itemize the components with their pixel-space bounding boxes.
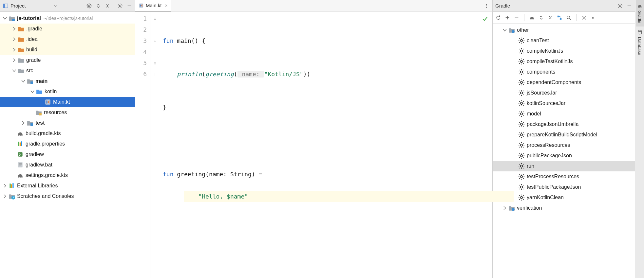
gradle-task[interactable]: testPublicPackageJson: [493, 182, 635, 192]
tree-hint: ~/IdeaProjects/js-tutorial: [44, 16, 93, 21]
gradle-collapse-icon[interactable]: [547, 15, 553, 21]
gradle-task-label: processResources: [527, 142, 570, 148]
tree-label: gradlew: [26, 151, 44, 157]
gradle-task[interactable]: prepareKotlinBuildScriptModel: [493, 130, 635, 140]
gradle-tree[interactable]: other cleanTestcompileKotlinJscompileTes…: [493, 24, 635, 278]
tree-item-gradle-dot[interactable]: .gradle: [0, 24, 135, 34]
gradle-task[interactable]: yarnKotlinClean: [493, 192, 635, 203]
collapse-all-icon[interactable]: [104, 3, 110, 9]
gradle-refresh-icon[interactable]: [495, 15, 501, 21]
tree-external-libraries[interactable]: External Libraries: [0, 181, 135, 191]
svg-rect-34: [560, 18, 561, 19]
tree-root[interactable]: js-tutorial ~/IdeaProjects/js-tutorial: [0, 13, 135, 24]
gradle-more-icon[interactable]: »: [590, 15, 596, 21]
gradle-task[interactable]: publicPackageJson: [493, 150, 635, 161]
expand-all-icon[interactable]: [95, 3, 101, 9]
gradle-task[interactable]: components: [493, 67, 635, 77]
gradle-showdeps-icon[interactable]: [557, 15, 562, 21]
svg-point-35: [512, 30, 515, 33]
tree-scratches[interactable]: Scratches and Consoles: [0, 191, 135, 201]
gradle-offline-icon[interactable]: [581, 15, 587, 21]
code-editor[interactable]: 1 2 3 4 5 6 ⊟⊟⊟⌊ fun main() { println(gr…: [135, 12, 492, 278]
gradle-task-label: prepareKotlinBuildScriptModel: [527, 132, 597, 138]
inspection-ok-icon[interactable]: [482, 14, 488, 26]
tree-item-kotlin[interactable]: kotlin: [0, 86, 135, 97]
project-tree[interactable]: js-tutorial ~/IdeaProjects/js-tutorial .…: [0, 12, 135, 278]
tree-item-build[interactable]: build: [0, 44, 135, 55]
tree-file[interactable]: gradlew.bat: [0, 160, 135, 170]
line-number: 5: [135, 58, 147, 69]
gradle-task[interactable]: run: [493, 161, 635, 171]
tree-item-main[interactable]: main: [0, 76, 135, 86]
svg-rect-32: [18, 152, 22, 156]
tree-label: gradlew.bat: [26, 162, 52, 168]
line-number: 6: [135, 69, 147, 80]
hide-panel-icon[interactable]: [126, 3, 132, 9]
tool-strip-gradle[interactable]: Gradle: [636, 0, 644, 26]
gradle-run-icon[interactable]: [529, 15, 535, 21]
gradle-panel-title: Gradle: [495, 3, 510, 9]
tree-item-gradle[interactable]: gradle: [0, 55, 135, 65]
gradle-settings-icon[interactable]: [617, 3, 623, 9]
gradle-add-icon[interactable]: [504, 15, 510, 21]
tree-label: verification: [517, 205, 542, 211]
tab-main-kt[interactable]: Main.kt ×: [135, 0, 171, 11]
tree-label: build.gradle.kts: [26, 130, 61, 136]
gradle-task-label: testProcessResources: [527, 174, 579, 180]
gradle-task-label: publicPackageJson: [527, 153, 572, 159]
gradle-expand-icon[interactable]: [538, 15, 544, 21]
tree-item-resources[interactable]: resources: [0, 107, 135, 118]
gradle-task[interactable]: compileTestKotlinJs: [493, 56, 635, 67]
gradle-task-label: compileTestKotlinJs: [527, 59, 573, 64]
fold-column[interactable]: ⊟⊟⊟⌊: [150, 12, 160, 278]
line-number: 3: [135, 35, 147, 46]
project-panel-title[interactable]: Project: [10, 3, 26, 9]
line-gutter: 1 2 3 4 5 6: [135, 12, 150, 278]
gradle-task[interactable]: packageJsonUmbrella: [493, 119, 635, 130]
gradle-task-label: compileKotlinJs: [527, 48, 563, 54]
code-area[interactable]: fun main() { println(greeting( name: "Ko…: [160, 12, 492, 278]
gradle-task[interactable]: testProcessResources: [493, 171, 635, 182]
gradle-task[interactable]: compileKotlinJs: [493, 46, 635, 56]
gradle-task[interactable]: dependentComponents: [493, 77, 635, 88]
tree-file[interactable]: gradlew: [0, 149, 135, 160]
tree-file[interactable]: gradle.properties: [0, 139, 135, 149]
gradle-remove-icon[interactable]: [514, 15, 520, 21]
tree-label: build: [26, 47, 37, 53]
param-hint: name:: [237, 71, 264, 78]
gradle-task-label: jsSourcesJar: [527, 90, 557, 96]
tree-file[interactable]: settings.gradle.kts: [0, 170, 135, 181]
gradle-task[interactable]: cleanTest: [493, 35, 635, 46]
tree-item-test[interactable]: test: [0, 118, 135, 128]
project-panel-header: Project: [0, 0, 135, 12]
tree-label: src: [26, 68, 33, 74]
tab-label: Main.kt: [146, 3, 161, 8]
gradle-task[interactable]: model: [493, 109, 635, 119]
tree-file[interactable]: build.gradle.kts: [0, 128, 135, 139]
tab-menu-icon[interactable]: [481, 0, 492, 11]
tree-item-src[interactable]: src: [0, 65, 135, 76]
tool-strip-database[interactable]: Database: [636, 26, 644, 59]
project-tool-window: Project js-tutorial ~/IdeaProjects/js-tu…: [0, 0, 135, 278]
tree-item-main-kt[interactable]: Main.kt: [0, 97, 135, 107]
select-open-file-icon[interactable]: [86, 3, 92, 9]
line-number: 1: [135, 13, 147, 24]
gradle-task[interactable]: kotlinSourcesJar: [493, 98, 635, 109]
gradle-group-other[interactable]: other: [493, 25, 635, 35]
tree-label: gradle: [26, 57, 41, 63]
editor-pane: Main.kt × 1 2 3 4 5 6 ⊟⊟⊟⌊ fun main() { …: [135, 0, 493, 278]
gradle-group-verification[interactable]: verification: [493, 203, 635, 213]
hide-gradle-panel-icon[interactable]: [626, 3, 632, 9]
project-settings-icon[interactable]: [117, 3, 123, 9]
line-number: 4: [135, 46, 147, 58]
gradle-search-icon[interactable]: [566, 15, 572, 21]
gradle-task[interactable]: processResources: [493, 140, 635, 150]
svg-rect-33: [558, 15, 559, 17]
gradle-task[interactable]: jsSourcesJar: [493, 88, 635, 98]
tree-label: main: [35, 78, 47, 84]
editor-tabs: Main.kt ×: [135, 0, 492, 12]
gradle-task-label: cleanTest: [527, 38, 549, 43]
close-tab-icon[interactable]: ×: [165, 3, 167, 8]
tree-item-idea[interactable]: .idea: [0, 34, 135, 44]
right-tool-strip: Gradle Database: [635, 0, 644, 278]
